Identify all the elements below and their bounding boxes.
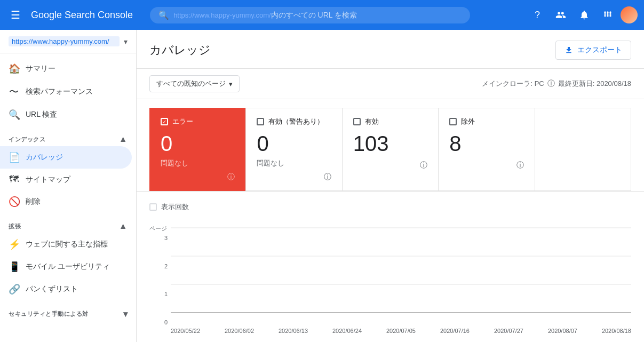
section-label: セキュリティと手動による対: [9, 310, 89, 318]
main-content: カバレッジ エクスポート すべての既知のページ ▾ メインクローラ: PC ⓘ …: [137, 30, 644, 342]
breadcrumb-icon: 🔗: [9, 283, 19, 295]
x-label-3: 2020/06/24: [332, 328, 362, 334]
stat-sub-label: 問題なし: [257, 158, 331, 168]
sidebar-item-label: サイトマップ: [26, 175, 70, 185]
sidebar-item-mobile-usability[interactable]: 📱 モバイル ユーザビリティ: [0, 256, 132, 278]
chart-y-title: ページ: [149, 225, 171, 233]
search-bar[interactable]: 🔍 https://www.happy-yummy.com/: [150, 7, 470, 23]
stat-label-text: 除外: [461, 117, 475, 126]
help-icon[interactable]: ⓘ: [324, 172, 331, 182]
x-label-6: 2020/07/27: [494, 328, 523, 334]
section-toggle-icon[interactable]: ▾: [123, 309, 128, 319]
section-header-security: セキュリティと手動による対 ▾: [0, 300, 136, 321]
mobile-icon: 📱: [9, 261, 19, 273]
crawler-label: メインクローラ: PC: [482, 79, 544, 89]
y-label-1: 1: [149, 291, 168, 297]
sidebar-item-label: ウェブに関する主な指標: [26, 240, 108, 249]
topbar-actions: ?: [527, 4, 638, 26]
stat-card-excluded[interactable]: 除外 8 ⓘ: [438, 108, 534, 191]
stat-card-error[interactable]: エラー 0 問題なし ⓘ: [149, 108, 245, 191]
trending-up-icon: 〜: [9, 85, 19, 98]
accounts-button[interactable]: [550, 4, 571, 26]
stat-checkbox[interactable]: [449, 118, 457, 125]
stat-value: 8: [449, 131, 523, 156]
sidebar-item-removal[interactable]: 🚫 削除: [0, 190, 132, 213]
info-icon[interactable]: ⓘ: [547, 79, 555, 89]
x-label-8: 2020/08/18: [602, 328, 631, 334]
filter-bar: すべての既知のページ ▾ メインクローラ: PC ⓘ 最終更新日: 2020/0…: [137, 69, 644, 99]
sidebar-item-url-inspection[interactable]: 🔍 URL 検査: [0, 104, 132, 126]
stat-checkbox[interactable]: [353, 118, 361, 125]
sidebar-item-web-vitals[interactable]: ⚡ ウェブに関する主な指標: [0, 233, 132, 256]
sidebar-item-label: サマリー: [26, 64, 55, 74]
sidebar-nav: 🏠 サマリー 〜 検索パフォーマンス 🔍 URL 検査 インデックス ▲ 📄 カ…: [0, 53, 136, 325]
stat-header: 有効: [353, 117, 427, 126]
sidebar-item-label: パンくずリスト: [26, 284, 78, 294]
home-icon: 🏠: [9, 63, 19, 75]
filter-selected-label: すべての既知のページ: [156, 79, 226, 89]
stat-card-valid[interactable]: 有効 103 ⓘ: [342, 108, 438, 191]
notifications-button[interactable]: [574, 4, 595, 26]
search-url: https://www.happy-yummy.com/: [173, 11, 271, 19]
help-icon[interactable]: ⓘ: [227, 172, 235, 182]
web-vitals-icon: ⚡: [9, 238, 19, 250]
stat-sub-label: 問題なし: [161, 158, 235, 168]
stats-row: エラー 0 問題なし ⓘ 有効（警告あり） 0 問題なし ⓘ: [137, 99, 644, 192]
apps-button[interactable]: [597, 4, 618, 26]
export-label: エクスポート: [577, 45, 622, 55]
removal-icon: 🚫: [9, 196, 19, 208]
section-label: 拡張: [9, 222, 21, 230]
stat-label-text: 有効（警告あり）: [268, 117, 324, 126]
last-updated-label: 最終更新日: 2020/08/18: [558, 79, 631, 89]
chart-header: 表示回数: [149, 202, 631, 212]
menu-icon[interactable]: ☰: [6, 4, 25, 26]
section-header-index: インデックス ▲: [0, 126, 136, 146]
sidebar: https://www.happy-yummy.com/ ▾ 🏠 サマリー 〜 …: [0, 30, 137, 342]
x-label-2: 2020/06/13: [279, 328, 308, 334]
sidebar-item-summary[interactable]: 🏠 サマリー: [0, 58, 132, 80]
filter-dropdown-icon: ▾: [229, 80, 233, 88]
sidebar-item-search-performance[interactable]: 〜 検索パフォーマンス: [0, 80, 132, 104]
x-label-0: 2020/05/22: [171, 328, 200, 334]
avatar[interactable]: [621, 6, 638, 23]
stat-footer: ⓘ: [257, 172, 331, 182]
search-input[interactable]: [271, 11, 462, 19]
filter-meta: メインクローラ: PC ⓘ 最終更新日: 2020/08/18: [482, 79, 631, 89]
help-icon[interactable]: ⓘ: [516, 161, 524, 170]
y-label-0: 0: [149, 319, 168, 325]
chart-checkbox[interactable]: [149, 203, 157, 211]
x-label-5: 2020/07/16: [440, 328, 470, 334]
section-toggle-icon[interactable]: ▲: [119, 134, 128, 144]
stat-label-text: エラー: [172, 117, 193, 126]
stat-checkbox[interactable]: [161, 118, 168, 125]
help-button[interactable]: ?: [527, 4, 548, 26]
sidebar-item-sitemap[interactable]: 🗺 サイトマップ: [0, 169, 132, 190]
chart-container: ページ 3 2 1 0: [149, 222, 631, 334]
chart-svg: [171, 222, 631, 319]
page-header: カバレッジ エクスポート: [137, 30, 644, 69]
section-toggle-icon[interactable]: ▲: [119, 221, 128, 231]
stat-footer: ⓘ: [449, 161, 523, 170]
stat-value: 0: [257, 131, 331, 156]
stat-checkbox[interactable]: [257, 118, 264, 125]
sidebar-item-breadcrumbs[interactable]: 🔗 パンくずリスト: [0, 278, 132, 300]
stat-header: エラー: [161, 117, 235, 126]
x-label-4: 2020/07/05: [386, 328, 416, 334]
filter-dropdown[interactable]: すべての既知のページ ▾: [149, 75, 240, 92]
site-selector[interactable]: https://www.happy-yummy.com/ ▾: [0, 30, 136, 53]
stat-header: 有効（警告あり）: [257, 117, 331, 126]
coverage-icon: 📄: [9, 152, 19, 163]
sidebar-item-coverage[interactable]: 📄 カバレッジ: [0, 146, 132, 169]
sidebar-item-label: 削除: [26, 197, 41, 206]
export-button[interactable]: エクスポート: [555, 41, 631, 60]
stat-card-warning[interactable]: 有効（警告あり） 0 問題なし ⓘ: [245, 108, 341, 191]
chart-label: 表示回数: [161, 202, 189, 212]
chevron-down-icon: ▾: [124, 37, 128, 46]
stat-header: 除外: [449, 117, 523, 126]
stat-card-empty: [535, 108, 631, 191]
sidebar-item-label: 検索パフォーマンス: [26, 87, 93, 97]
sidebar-item-label: カバレッジ: [26, 153, 63, 162]
help-icon[interactable]: ⓘ: [420, 161, 427, 170]
stat-footer: ⓘ: [353, 161, 427, 170]
search-icon: 🔍: [9, 109, 19, 121]
